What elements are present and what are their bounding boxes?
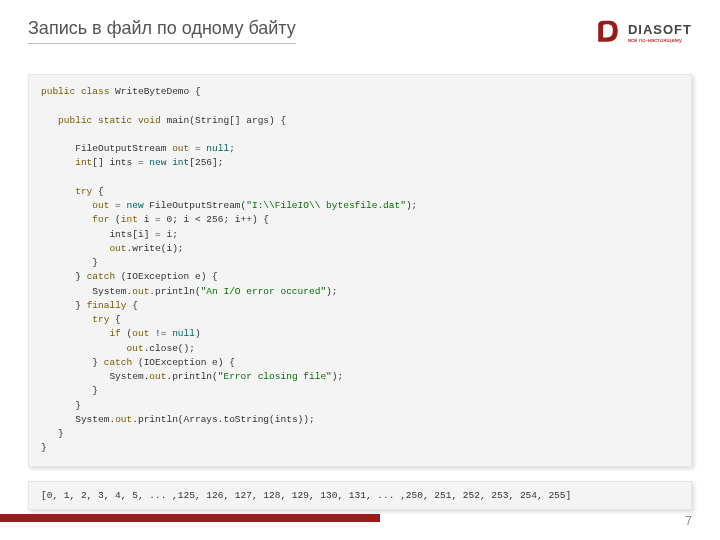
output-block: [0, 1, 2, 3, 4, 5, ... ,125, 126, 127, 1… (28, 481, 692, 510)
logo-text: DIASOFT всё по-настоящему (628, 22, 692, 43)
logo-word: DIASOFT (628, 22, 692, 37)
footer-accent-bar (0, 514, 380, 522)
header-row: Запись в файл по одному байту DIASOFT вс… (28, 18, 692, 46)
slide-title: Запись в файл по одному байту (28, 18, 296, 44)
page-number: 7 (685, 514, 692, 528)
brand-logo: DIASOFT всё по-настоящему (594, 18, 692, 46)
slide: Запись в файл по одному байту DIASOFT вс… (0, 0, 720, 540)
logo-mark-icon (594, 18, 622, 46)
logo-tagline: всё по-настоящему (628, 37, 682, 43)
code-block: public class WriteByteDemo { public stat… (28, 74, 692, 467)
